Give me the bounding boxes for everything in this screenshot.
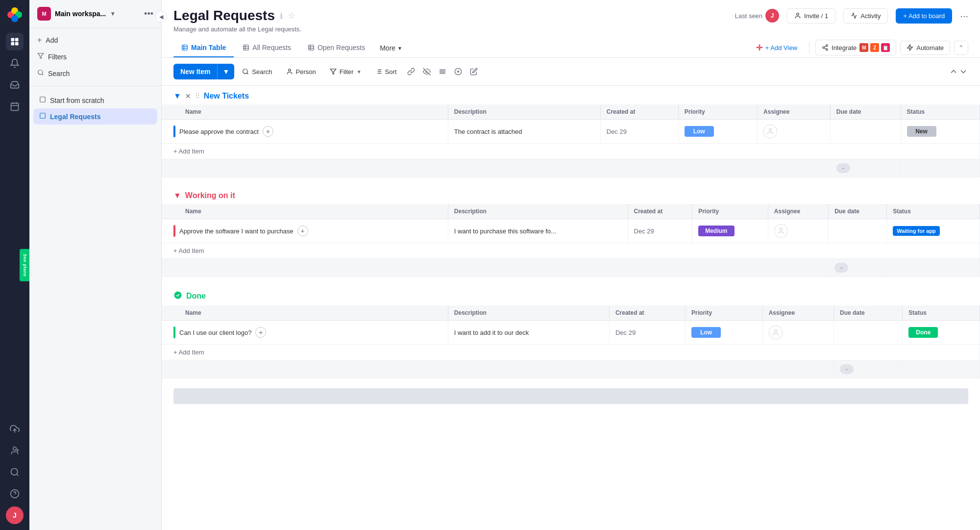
add-item-cell-3[interactable]: + Add Item [162,345,980,360]
person-button[interactable]: Person [280,65,322,79]
group-new-tickets-table: Name Description Created at Priority Ass… [162,104,980,177]
sidebar-search-button[interactable]: Search [29,65,161,82]
activity-button[interactable]: Activity [843,8,888,24]
search-button[interactable]: Search [236,65,278,79]
new-item-button[interactable]: New Item ▼ [173,64,234,79]
row-assignee-3[interactable] [762,321,833,345]
status-badge[interactable]: New [907,126,936,137]
assignee-avatar-3[interactable] [769,326,783,339]
row-due-date[interactable] [830,120,901,144]
group-expand-icon[interactable]: ▼ [173,92,181,101]
nav-calendar-icon[interactable] [6,98,24,115]
row-priority-2[interactable]: Medium [692,219,768,243]
nav-cloud-icon[interactable] [6,420,24,438]
row-add-icon-3[interactable]: + [255,327,266,338]
tab-more-button[interactable]: More ▼ [374,41,408,55]
star-icon[interactable]: ☆ [288,10,295,21]
nav-adduser-icon[interactable] [6,442,24,459]
add-item-row-2[interactable]: + Add Item [162,243,980,259]
svg-point-13 [13,447,17,451]
row-description-3[interactable]: I want to add it to our deck [448,321,609,345]
new-item-label[interactable]: New Item [173,64,217,79]
app-logo[interactable] [6,6,24,25]
tab-main-table[interactable]: Main Table [173,39,234,57]
automate-button[interactable]: Automate [900,41,950,55]
see-plans-tab[interactable]: See plans [20,249,29,281]
bottom-scroll-bar[interactable] [173,388,968,404]
group-title-2[interactable]: Working on it [185,191,235,200]
group-expand-icon-3[interactable] [173,291,182,302]
row-assignee[interactable] [758,120,831,144]
workspace-chevron-icon[interactable]: ▼ [110,10,116,17]
add-to-board-button[interactable]: + Add to board [896,8,952,24]
sidebar-item-legal-requests[interactable]: Legal Requests [33,108,157,125]
svg-point-16 [11,469,18,475]
workspace-name: Main workspa... [55,10,106,18]
group-title[interactable]: New Tickets [204,92,249,101]
row-due-date-2[interactable] [829,219,887,243]
row-name-2[interactable]: Approve the software I want to purchase [179,227,294,235]
collapse-button[interactable]: ⌃ [954,41,968,55]
collapse-rows-icon[interactable] [949,67,968,76]
hide-icon[interactable] [420,65,434,78]
row-description[interactable]: The contract is attached [448,120,600,144]
invite-button[interactable]: Invite / 1 [787,8,835,24]
row-priority-3[interactable]: Low [686,321,763,345]
add-view-button[interactable]: ✛ + Add View [750,40,803,55]
row-height-icon[interactable] [436,65,449,78]
link-icon[interactable] [404,65,418,78]
add-item-cell-2[interactable]: + Add Item [162,243,980,259]
assignee-avatar[interactable] [763,125,777,138]
new-item-dropdown-arrow[interactable]: ▼ [217,64,234,79]
nav-bell-icon[interactable] [6,54,24,72]
row-name-3[interactable]: Can I use our client logo? [179,329,251,336]
row-priority[interactable]: Low [678,120,757,144]
row-name[interactable]: Please approve the contract [179,128,259,135]
add-item-cell[interactable]: + Add Item [162,144,980,159]
col-status-3: Status [903,305,980,321]
sidebar-collapse-button[interactable]: ◀ [155,11,167,23]
svg-point-63 [780,228,782,230]
add-item-row-3[interactable]: + Add Item [162,345,980,360]
col-created-at: Created at [600,104,678,120]
filter-button[interactable]: Filter ▼ [324,65,368,79]
sort-button[interactable]: Sort [369,65,403,79]
nav-home-icon[interactable] [6,33,24,50]
workspace-selector[interactable]: M Main workspa... ▼ [37,7,116,21]
page-more-icon[interactable]: ··· [960,10,968,22]
group-expand-icon-2[interactable]: ▼ [173,191,181,200]
priority-badge-2[interactable]: Medium [698,226,734,236]
integrate-button[interactable]: Integrate M Z 📋 [815,40,896,55]
edit-icon[interactable] [467,65,481,78]
group-done-header: Done [162,285,980,305]
nav-search-icon[interactable] [6,463,24,481]
user-avatar[interactable]: J [6,506,24,524]
formula-icon[interactable] [451,65,465,78]
row-description-2[interactable]: I want to purchase this software fo... [448,219,628,243]
sidebar-filters-button[interactable]: Filters [29,49,161,65]
priority-badge[interactable]: Low [685,126,714,137]
info-icon[interactable]: ℹ [280,11,283,21]
status-badge-3[interactable]: Done [908,327,938,338]
priority-badge-3[interactable]: Low [691,327,721,338]
assignee-avatar-2[interactable] [774,224,788,238]
tab-open-requests[interactable]: Open Requests [300,39,373,57]
sidebar-more-icon[interactable]: ••• [144,9,153,19]
row-due-date-3[interactable] [834,321,903,345]
row-status-2[interactable]: Waiting for app [887,219,980,243]
row-assignee-2[interactable] [768,219,828,243]
status-badge-2[interactable]: Waiting for app [893,226,940,236]
row-add-icon-2[interactable]: + [297,226,308,236]
sidebar-item-start-from-scratch[interactable]: Start from scratch [33,92,157,108]
sidebar-add-button[interactable]: + Add [29,32,161,49]
group-title-3[interactable]: Done [186,292,206,301]
add-item-row[interactable]: + Add Item [162,144,980,159]
row-status[interactable]: New [901,120,980,144]
row-status-3[interactable]: Done [903,321,980,345]
group-close-icon[interactable]: ✕ [185,92,191,100]
nav-inbox-icon[interactable] [6,76,24,94]
tab-all-requests[interactable]: All Requests [235,39,299,57]
nav-help-icon[interactable] [6,485,24,503]
group-drag-icon[interactable]: ⠿ [195,92,200,100]
row-add-icon[interactable]: + [263,126,273,137]
